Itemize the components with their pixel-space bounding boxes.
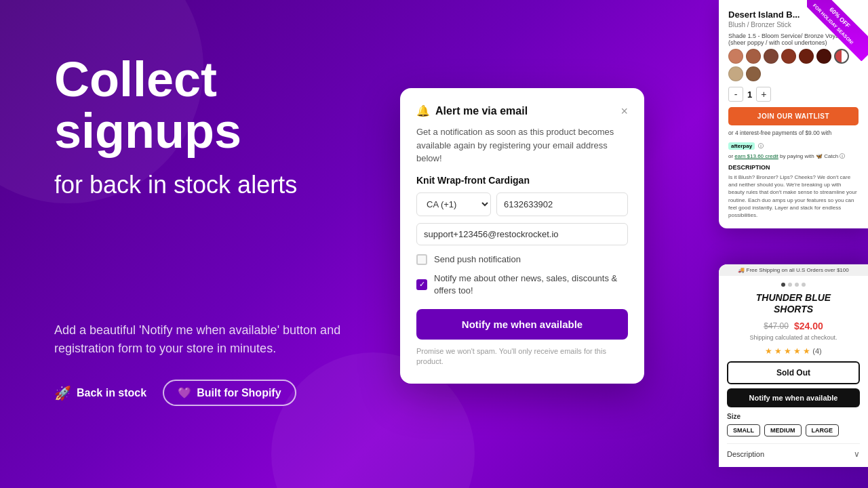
old-price: $47.00 <box>764 321 789 331</box>
swatch-9[interactable] <box>746 66 761 81</box>
holiday-ribbon: 60% OFFFOR HOLIDAY SEASON! <box>807 0 868 61</box>
spam-note: Promise we won't spam. You'll only recei… <box>416 346 628 367</box>
description-row-label: Description <box>727 450 764 458</box>
desert-island-card: 60% OFFFOR HOLIDAY SEASON! Desert Island… <box>719 0 868 228</box>
dot-4[interactable] <box>802 283 806 287</box>
star-2: ★ <box>774 346 782 356</box>
rocket-icon: 🚀 <box>54 385 71 401</box>
back-in-stock-label: Back in stock <box>77 387 146 399</box>
notify-when-available-button[interactable]: Notify me when available <box>727 388 860 407</box>
swatch-3[interactable] <box>764 49 778 64</box>
product-name-line1: THUNDER BLUE <box>727 292 860 304</box>
dot-1[interactable] <box>781 283 785 287</box>
news-checkbox[interactable]: ✓ <box>416 279 427 290</box>
modal-header: 🔔 Alert me via email × <box>416 104 628 117</box>
chevron-down-icon: ∨ <box>854 449 860 459</box>
phone-row: CA (+1) <box>416 192 628 216</box>
afterpay-text: or 4 interest-free payments of $9.00 wit… <box>728 129 831 136</box>
price-row: $47.00 $24.00 <box>727 321 860 331</box>
catch-credit-link[interactable]: earn $13.60 credit <box>734 153 778 159</box>
sold-out-button[interactable]: Sold Out <box>727 361 860 384</box>
new-price: $24.00 <box>794 321 823 331</box>
modal-product-name: Knit Wrap-front Cardigan <box>416 175 628 186</box>
push-notification-label: Send push notification <box>434 253 521 266</box>
modal-title-text: Alert me via email <box>435 105 528 117</box>
description-text: Add a beautiful 'Notify me when availabl… <box>54 321 380 358</box>
description-section: DESCRIPTION Is it Blush? Bronzer? Lips? … <box>728 164 859 219</box>
alert-modal: 🔔 Alert me via email × Get a notificatio… <box>400 88 644 384</box>
size-medium[interactable]: MEDIUM <box>764 424 802 436</box>
free-shipping-bar: 🚚 Free Shipping on all U.S Orders over $… <box>719 264 868 276</box>
catch-prefix: or <box>728 153 734 159</box>
push-notification-checkbox[interactable] <box>416 254 427 265</box>
catch-suffix: by paying with 🦋 Catch ⓘ <box>778 153 845 159</box>
size-large[interactable]: LARGE <box>806 424 840 436</box>
desc-text: Is it Blush? Bronzer? Lips? Cheeks? We d… <box>728 174 859 219</box>
notify-available-button[interactable]: Notify me when available <box>416 309 628 340</box>
shopify-badge-button[interactable]: 💜 Built for Shopify <box>163 380 296 406</box>
carousel-dots <box>727 283 860 287</box>
news-label: Notify me about other news, sales, disco… <box>434 272 628 297</box>
shopify-icon: 💜 <box>178 386 191 399</box>
afterpay-badge: afterpay <box>728 142 755 150</box>
star-1: ★ <box>765 346 772 356</box>
waitlist-button[interactable]: JOIN OUR WAITLIST <box>728 107 859 125</box>
modal-description: Get a notification as soon as this produ… <box>416 125 628 165</box>
afterpay-info: ⓘ <box>758 143 764 149</box>
swatch-1[interactable] <box>728 49 743 64</box>
holiday-ribbon-inner: 60% OFFFOR HOLIDAY SEASON! <box>807 0 868 61</box>
subheadline: for back in stock alerts <box>54 170 380 199</box>
size-options: SMALL MEDIUM LARGE <box>727 424 860 436</box>
qty-minus-button[interactable]: - <box>728 87 743 102</box>
shopify-label: Built for Shopify <box>197 387 281 399</box>
description-accordion[interactable]: Description ∨ <box>727 443 860 459</box>
size-small[interactable]: SMALL <box>727 424 760 436</box>
swatch-2[interactable] <box>746 49 761 64</box>
review-count: (4) <box>812 347 821 355</box>
product-name-line2: SHORTS <box>727 304 860 315</box>
star-4: ★ <box>793 346 801 356</box>
thunder-blue-card: 🚚 Free Shipping on all U.S Orders over $… <box>719 264 868 467</box>
headline: Collect signups <box>54 54 380 157</box>
stars-row: ★ ★ ★ ★ ★ (4) <box>727 346 860 356</box>
qty-value: 1 <box>747 89 752 100</box>
afterpay-row: or 4 interest-free payments of $9.00 wit… <box>728 129 859 136</box>
swatch-8[interactable] <box>728 66 743 81</box>
star-3: ★ <box>784 346 791 356</box>
catch-row: or earn $13.60 credit by paying with 🦋 C… <box>728 152 859 160</box>
quantity-row: - 1 + <box>728 87 859 102</box>
star-5: ★ <box>803 346 810 356</box>
phone-country-select[interactable]: CA (+1) <box>416 192 491 216</box>
dot-2[interactable] <box>788 283 792 287</box>
bell-icon: 🔔 <box>416 104 430 117</box>
modal-close-button[interactable]: × <box>620 105 628 117</box>
bottom-badges: 🚀 Back in stock 💜 Built for Shopify <box>54 380 380 406</box>
shipping-info: Shipping calculated at checkout. <box>727 334 860 341</box>
qty-plus-button[interactable]: + <box>756 87 771 102</box>
back-in-stock-badge: 🚀 Back in stock <box>54 385 146 401</box>
thunder-blue-name: THUNDER BLUE SHORTS <box>727 292 860 315</box>
swatch-4[interactable] <box>781 49 796 64</box>
email-input[interactable] <box>416 223 628 245</box>
left-section: Collect signups for back in stock alerts… <box>54 54 380 406</box>
desc-heading: DESCRIPTION <box>728 164 859 171</box>
modal-title: 🔔 Alert me via email <box>416 104 528 117</box>
afterpay-badge-row: afterpay ⓘ <box>728 138 859 150</box>
size-label: Size <box>727 413 860 420</box>
dot-3[interactable] <box>795 283 799 287</box>
phone-number-input[interactable] <box>496 192 628 216</box>
push-notification-row: Send push notification <box>416 253 628 266</box>
news-checkbox-row: ✓ Notify me about other news, sales, dis… <box>416 272 628 297</box>
